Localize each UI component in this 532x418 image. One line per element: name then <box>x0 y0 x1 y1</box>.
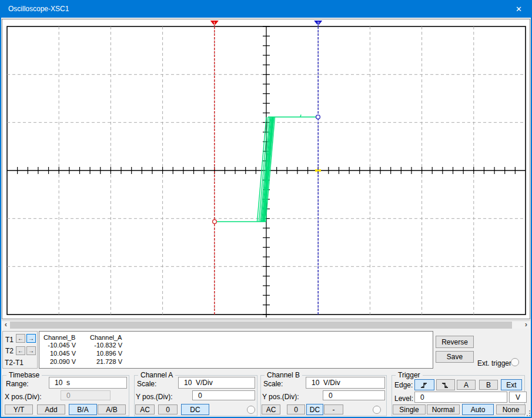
measurement-readout: Channel_B Channel_A -10.045 V -10.832 V … <box>39 331 433 369</box>
column-header-channel-b: Channel_B <box>44 334 75 341</box>
scope-plot: 1 2 <box>2 19 530 319</box>
t1-left-button[interactable]: ← <box>16 334 25 343</box>
t2-channel-b-value: 10.045 V <box>39 350 76 357</box>
window-title: Oscilloscope-XSC1 <box>8 5 69 13</box>
t2-label: T2 <box>5 347 14 355</box>
falling-edge-button[interactable] <box>436 379 455 390</box>
rising-edge-icon <box>419 381 430 389</box>
t1-channel-a-value: -10.832 V <box>86 342 122 349</box>
save-button[interactable]: Save <box>436 351 474 363</box>
cursor-1-marker <box>213 220 217 224</box>
channel-b-terminal[interactable] <box>373 406 381 414</box>
trigger-source-ext-button[interactable]: Ext <box>501 379 522 390</box>
reverse-button[interactable]: Reverse <box>436 336 474 348</box>
timebase-title: Timebase <box>6 371 42 379</box>
cursor-2-handle[interactable]: 2 <box>314 21 322 26</box>
channel-a-dc-button[interactable]: DC <box>181 404 209 415</box>
channel-b-zero-button[interactable]: 0 <box>287 404 305 414</box>
channel-b-title: Channel B <box>265 371 302 379</box>
xpos-label: X pos.(Div): <box>5 393 42 401</box>
trigger-level-input[interactable] <box>414 392 507 403</box>
channel-a-ypos-input[interactable] <box>192 390 255 400</box>
mode-add-button[interactable]: Add <box>37 404 65 414</box>
ext-trigger-label: Ext. trigger <box>477 359 511 367</box>
t2-left-button[interactable]: ← <box>16 346 25 355</box>
cursor-2-marker <box>316 115 320 119</box>
channel-a-zero-button[interactable]: 0 <box>158 404 178 414</box>
range-input[interactable] <box>49 377 127 389</box>
channel-a-scale-label: Scale: <box>137 380 156 388</box>
t2t1-channel-b-value: 20.090 V <box>39 358 76 365</box>
oscilloscope-display: 1 2 <box>2 19 530 319</box>
oscilloscope-window: Oscilloscope-XSC1 ✕ <box>0 0 532 418</box>
sweep-auto-button[interactable]: Auto <box>462 404 494 415</box>
channel-a-ac-button[interactable]: AC <box>135 404 155 414</box>
t2-right-button[interactable]: → <box>26 346 36 355</box>
display-scrollbar[interactable]: ‹ › <box>2 320 530 329</box>
trigger-title: Trigger <box>396 371 423 379</box>
scrollbar-thumb[interactable] <box>10 322 512 329</box>
range-label: Range: <box>6 380 29 388</box>
t2t1-label: T2-T1 <box>5 359 24 367</box>
t2-channel-a-value: 10.896 V <box>86 350 122 357</box>
sweep-none-button[interactable]: None <box>496 404 526 414</box>
falling-edge-icon <box>440 381 451 389</box>
ext-trigger-terminal[interactable] <box>511 358 519 366</box>
t1-right-button[interactable]: → <box>26 334 36 343</box>
channel-a-scale-input[interactable] <box>178 377 255 389</box>
sweep-single-button[interactable]: Single <box>393 404 426 414</box>
xpos-input <box>61 390 111 400</box>
trigger-edge-label: Edge: <box>394 381 413 389</box>
channel-b-ac-button[interactable]: AC <box>262 404 280 414</box>
channel-a-title: Channel A <box>138 371 175 379</box>
sweep-normal-button[interactable]: Normal <box>427 404 460 414</box>
t2t1-channel-a-value: 21.728 V <box>86 358 122 365</box>
mode-yt-button[interactable]: Y/T <box>5 404 33 414</box>
cursor-1-handle[interactable]: 1 <box>210 21 219 26</box>
scroll-right-icon[interactable]: › <box>522 321 530 329</box>
scroll-left-icon[interactable]: ‹ <box>2 321 10 329</box>
t1-label: T1 <box>5 336 14 344</box>
trigger-source-a-button[interactable]: A <box>457 380 476 390</box>
mode-ba-button[interactable]: B/A <box>69 404 97 415</box>
channel-b-scale-label: Scale: <box>263 380 283 388</box>
title-bar[interactable]: Oscilloscope-XSC1 ✕ <box>0 0 532 18</box>
channel-b-scale-input[interactable] <box>306 377 385 389</box>
channel-a-terminal[interactable] <box>247 406 255 414</box>
channel-b-ypos-input[interactable] <box>323 390 385 400</box>
mode-ab-button[interactable]: A/B <box>98 404 126 414</box>
cursor-1-label: 1 <box>213 21 216 26</box>
cursor-2-label: 2 <box>317 21 320 26</box>
rising-edge-button[interactable] <box>414 379 434 390</box>
cursor-controls: T1 ← → T2 ← → T2-T1 <box>2 331 38 369</box>
channel-a-ypos-label: Y pos.(Div): <box>136 393 172 401</box>
column-header-channel-a: Channel_A <box>90 334 122 341</box>
trigger-level-unit[interactable]: V <box>509 392 527 403</box>
trigger-level-label: Level: <box>394 394 413 403</box>
channel-b-dc-button[interactable]: DC <box>306 404 323 415</box>
close-icon[interactable]: ✕ <box>506 0 532 18</box>
resize-grip[interactable] <box>524 410 530 416</box>
channel-b-ypos-label: Y pos.(Div): <box>262 393 299 401</box>
channel-b-minus-button[interactable]: - <box>324 404 343 414</box>
t1-channel-b-value: -10.045 V <box>39 342 76 349</box>
trigger-source-b-button[interactable]: B <box>479 380 498 390</box>
